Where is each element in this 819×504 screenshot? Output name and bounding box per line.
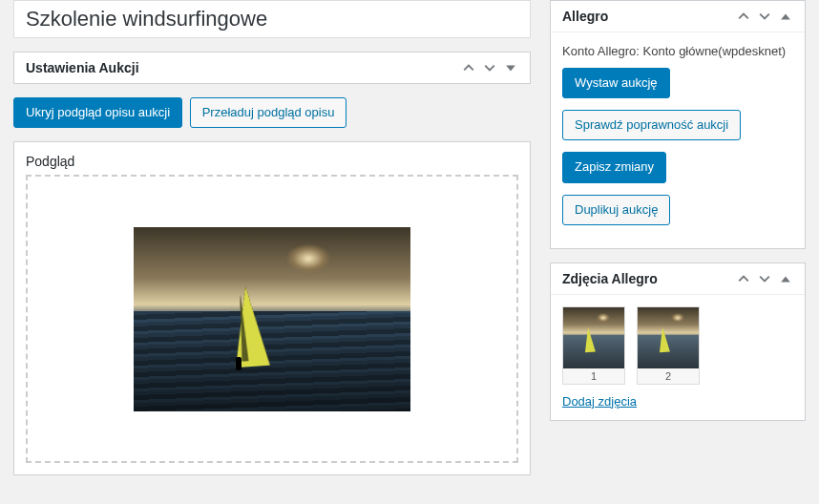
triangle-up-icon[interactable]	[778, 9, 793, 24]
triangle-up-icon[interactable]	[778, 271, 793, 286]
chevron-up-icon[interactable]	[736, 271, 751, 286]
chevron-down-icon[interactable]	[757, 271, 772, 286]
chevron-down-icon[interactable]	[757, 9, 772, 24]
image-thumbnail[interactable]: 1	[562, 306, 625, 385]
allegro-account-text: Konto Allegro: Konto główne(wpdesknet)	[562, 44, 793, 58]
thumbnail-image	[638, 307, 699, 368]
preview-panel: Podgląd	[13, 141, 531, 475]
publish-auction-button[interactable]: Wystaw aukcję	[562, 68, 670, 98]
thumbnails-row: 1 2	[562, 306, 793, 385]
panel-title: Allegro	[562, 9, 608, 24]
image-thumbnail[interactable]: 2	[637, 306, 700, 385]
chevron-up-icon[interactable]	[461, 60, 476, 75]
preview-frame	[26, 175, 518, 463]
validate-auction-button[interactable]: Sprawdź poprawność aukcji	[562, 110, 741, 140]
preview-scroll-area[interactable]	[37, 186, 507, 452]
duplicate-auction-button[interactable]: Duplikuj aukcję	[562, 195, 670, 225]
preview-label: Podgląd	[26, 154, 518, 169]
add-images-link[interactable]: Dodaj zdjęcia	[562, 394, 637, 409]
preview-buttons-row: Ukryj podgląd opisu aukcji Przeładuj pod…	[13, 97, 531, 136]
save-changes-button[interactable]: Zapisz zmiany	[562, 152, 666, 182]
allegro-panel: Allegro Konto Allegro: Konto główne(wpde…	[550, 0, 806, 249]
thumbnail-label: 2	[638, 368, 699, 384]
panel-controls	[736, 271, 793, 286]
thumbnail-image	[563, 307, 624, 368]
post-title-input[interactable]	[13, 0, 531, 38]
reload-preview-button[interactable]: Przeładuj podgląd opisu	[190, 97, 347, 128]
chevron-up-icon[interactable]	[736, 9, 751, 24]
hide-preview-button[interactable]: Ukryj podgląd opisu aukcji	[13, 97, 182, 128]
chevron-down-icon[interactable]	[482, 60, 497, 75]
allegro-images-panel: Zdjęcia Allegro 1 2	[550, 262, 806, 421]
thumbnail-label: 1	[563, 368, 624, 384]
panel-title: Zdjęcia Allegro	[562, 271, 658, 286]
panel-controls	[736, 9, 793, 24]
panel-title: Ustawienia Aukcji	[26, 60, 139, 75]
triangle-down-icon[interactable]	[503, 60, 518, 75]
preview-image	[134, 227, 410, 411]
auction-settings-panel: Ustawienia Aukcji	[13, 52, 531, 84]
panel-controls	[461, 60, 518, 75]
